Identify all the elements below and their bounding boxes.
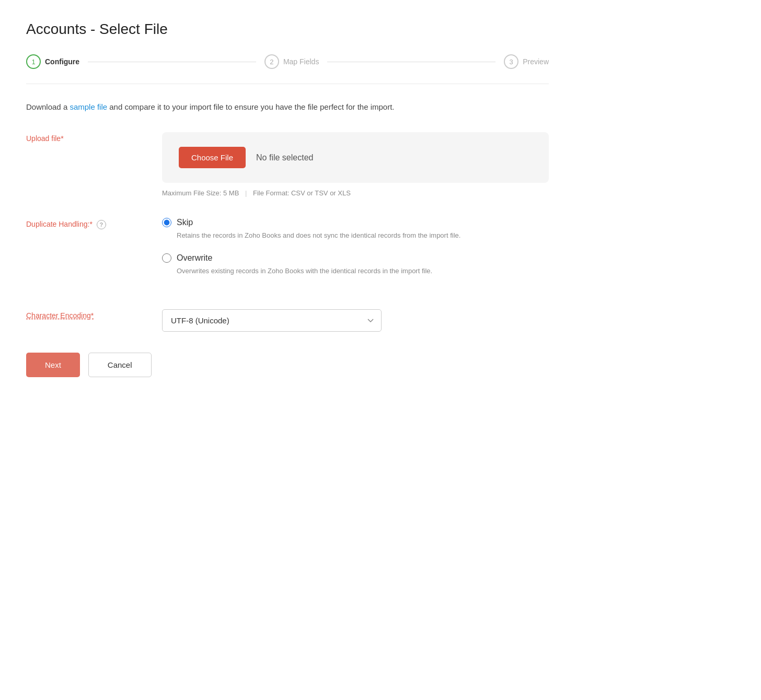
radio-skip-row: Skip (162, 218, 549, 227)
radio-overwrite-desc: Overwrites existing records in Zoho Book… (177, 266, 549, 276)
duplicate-handling-content: Skip Retains the records in Zoho Books a… (162, 218, 549, 288)
character-encoding-content: UTF-8 (Unicode)UTF-16 (Unicode)ISO-8859-… (162, 309, 549, 332)
duplicate-handling-row: Duplicate Handling:* ? Skip Retains the … (26, 218, 549, 288)
file-size-hint: Maximum File Size: 5 MB (162, 189, 239, 197)
radio-overwrite: Overwrite Overwrites existing records in… (162, 253, 549, 276)
help-icon[interactable]: ? (97, 220, 106, 229)
divider (26, 84, 549, 84)
file-upload-area: Choose File No file selected (162, 132, 549, 183)
character-encoding-row: Character Encoding* UTF-8 (Unicode)UTF-1… (26, 309, 549, 332)
action-buttons: Next Cancel (26, 353, 549, 377)
radio-overwrite-name: Overwrite (177, 253, 212, 263)
character-encoding-label: Character Encoding* (26, 309, 141, 320)
radio-skip-desc: Retains the records in Zoho Books and do… (177, 230, 549, 241)
stepper: 1 Configure 2 Map Fields 3 Preview (26, 54, 549, 69)
encoding-select[interactable]: UTF-8 (Unicode)UTF-16 (Unicode)ISO-8859-… (162, 309, 382, 332)
step-1: 1 Configure (26, 54, 79, 69)
step-1-circle: 1 (26, 54, 41, 69)
step-2-label: Map Fields (283, 57, 319, 66)
no-file-text: No file selected (256, 153, 313, 162)
step-3: 3 Preview (504, 54, 549, 69)
page-title: Accounts - Select File (26, 21, 549, 38)
upload-file-content: Choose File No file selected Maximum Fil… (162, 132, 549, 197)
sample-file-link[interactable]: sample file (70, 102, 107, 111)
hint-separator: | (245, 189, 247, 197)
radio-skip: Skip Retains the records in Zoho Books a… (162, 218, 549, 241)
file-format-hint: File Format: CSV or TSV or XLS (253, 189, 351, 197)
duplicate-handling-label-text: Duplicate Handling:* (26, 220, 93, 228)
description-prefix: Download a (26, 102, 70, 111)
upload-file-label: Upload file* (26, 132, 141, 143)
step-3-label: Preview (523, 57, 549, 66)
step-3-circle: 3 (504, 54, 518, 69)
choose-file-button[interactable]: Choose File (179, 147, 246, 168)
next-button[interactable]: Next (26, 353, 80, 377)
description-suffix: and compare it to your import file to en… (107, 102, 394, 111)
radio-overwrite-input[interactable] (162, 253, 171, 263)
step-1-label: Configure (45, 57, 79, 66)
description-text: Download a sample file and compare it to… (26, 101, 549, 113)
step-2-circle: 2 (264, 54, 279, 69)
file-hint: Maximum File Size: 5 MB | File Format: C… (162, 189, 549, 197)
step-2: 2 Map Fields (264, 54, 319, 69)
upload-file-row: Upload file* Choose File No file selecte… (26, 132, 549, 197)
duplicate-handling-label: Duplicate Handling:* ? (26, 218, 141, 229)
radio-skip-input[interactable] (162, 218, 171, 227)
radio-overwrite-row: Overwrite (162, 253, 549, 263)
cancel-button[interactable]: Cancel (88, 353, 152, 377)
step-line-2 (327, 62, 495, 62)
step-line-1 (88, 62, 256, 62)
radio-skip-name: Skip (177, 218, 193, 227)
